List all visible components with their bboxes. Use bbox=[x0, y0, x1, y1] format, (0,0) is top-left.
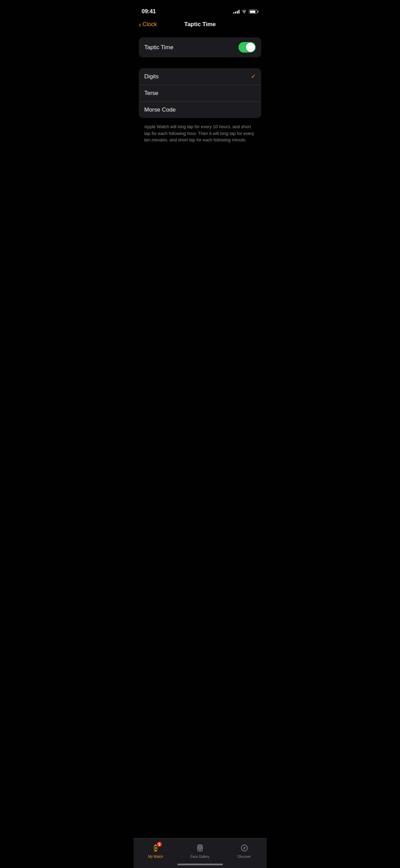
description-text: Apple Watch will long tap for every 10 h… bbox=[139, 122, 261, 143]
checkmark-icon: ✓ bbox=[251, 73, 256, 80]
status-icons bbox=[233, 9, 258, 14]
back-chevron-icon: ‹ bbox=[139, 21, 141, 28]
wifi-icon bbox=[241, 9, 247, 14]
status-bar: 09:41 bbox=[133, 0, 267, 18]
option-morse-code[interactable]: Morse Code bbox=[139, 102, 261, 118]
signal-bars-icon bbox=[233, 9, 239, 14]
option-digits[interactable]: Digits ✓ bbox=[139, 68, 261, 85]
option-terse-label: Terse bbox=[144, 90, 159, 97]
option-morse-code-label: Morse Code bbox=[144, 106, 176, 113]
option-terse[interactable]: Terse bbox=[139, 85, 261, 102]
page-title: Taptic Time bbox=[184, 21, 216, 28]
battery-icon bbox=[249, 9, 258, 14]
toggle-knob bbox=[246, 43, 255, 52]
taptic-time-toggle[interactable] bbox=[238, 42, 256, 53]
taptic-time-toggle-section: Taptic Time bbox=[139, 37, 261, 57]
nav-bar: ‹ Clock Taptic Time bbox=[133, 18, 267, 32]
back-button[interactable]: ‹ Clock bbox=[139, 21, 157, 28]
content-area: Taptic Time Digits ✓ Terse Morse Code Ap… bbox=[133, 32, 267, 143]
option-digits-label: Digits bbox=[144, 73, 159, 80]
status-time: 09:41 bbox=[142, 8, 156, 15]
options-section: Digits ✓ Terse Morse Code bbox=[139, 68, 261, 118]
taptic-time-label: Taptic Time bbox=[144, 44, 173, 51]
back-label: Clock bbox=[143, 21, 157, 28]
taptic-time-row: Taptic Time bbox=[144, 37, 256, 57]
